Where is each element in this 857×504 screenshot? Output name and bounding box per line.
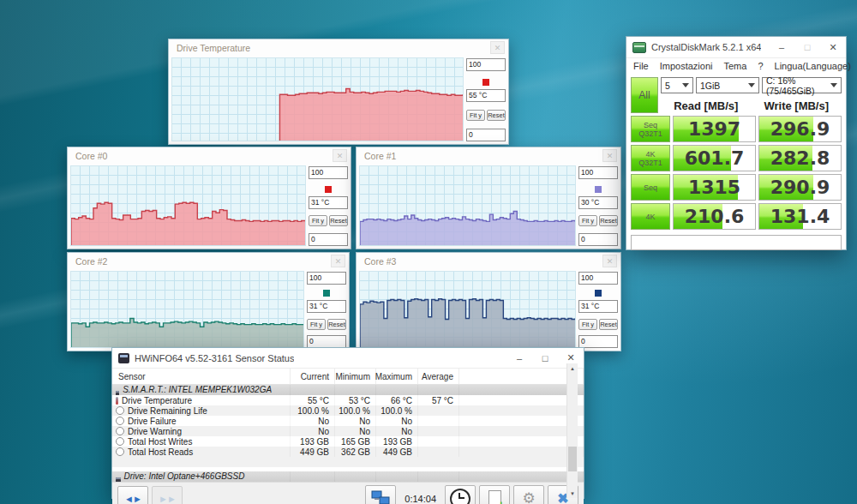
menu-item-tema[interactable]: Tema (724, 61, 747, 71)
row-filler (459, 395, 584, 405)
create-report-button[interactable] (479, 485, 510, 504)
fit-y-button[interactable]: Fit y (307, 319, 326, 330)
group-row[interactable]: S.M.A.R.T.: INTEL MEMPEK1W032GA (PHBT710… (112, 385, 584, 395)
sensor-row[interactable]: Drive Warning No No No (112, 426, 584, 436)
column-header-maximum[interactable]: Maximum (376, 369, 418, 384)
read-column-header: Read [MB/s] (661, 99, 752, 113)
y-max-input[interactable]: 100 (307, 272, 346, 285)
sensor-row[interactable]: Total Host Writes 193 GB 165 GB 193 GB (112, 436, 584, 447)
column-header-sensor[interactable]: Sensor (112, 369, 291, 384)
graph-titlebar[interactable]: Core #0 ✕ (68, 147, 351, 164)
sensor-row[interactable]: Drive Temperature 55 °C 53 °C 66 °C 57 °… (112, 395, 584, 405)
reset-button[interactable]: Reset (487, 110, 506, 121)
hwinfo-titlebar[interactable]: HWiNFO64 v5.52-3161 Sensor Status – □ ✕ (112, 348, 584, 369)
maximize-button[interactable]: □ (794, 37, 820, 57)
sensor-label: Total Host Reads (112, 447, 291, 457)
y-min-input[interactable]: 0 (578, 233, 618, 246)
read-value: 1315 (674, 175, 755, 200)
y-min-input[interactable]: 0 (307, 335, 346, 348)
y-max-input[interactable]: 100 (578, 166, 618, 179)
test-label-button[interactable]: Seq (631, 174, 670, 201)
hwinfo-app-icon (118, 353, 129, 363)
y-max-input[interactable]: 100 (466, 58, 506, 71)
area-chart (360, 166, 575, 245)
current-value-box[interactable]: 31 °C (309, 196, 348, 209)
reset-button[interactable]: Reset (599, 319, 618, 330)
scroll-thumb[interactable] (568, 447, 577, 471)
y-min-input[interactable]: 0 (466, 129, 506, 141)
close-button[interactable]: ✕ (820, 37, 846, 57)
sensor-row[interactable]: Drive Failure No No No (112, 416, 584, 426)
row-filler (459, 436, 584, 447)
write-result-cell: 290.9 (758, 174, 842, 201)
graph-titlebar[interactable]: Core #2 ✕ (68, 253, 349, 269)
menu-item-[interactable]: ? (758, 61, 763, 71)
fit-y-button[interactable]: Fit y (466, 110, 485, 121)
vertical-scrollbar[interactable]: ▲ ▼ (566, 363, 578, 498)
column-header-minimum[interactable]: Minimum (335, 369, 376, 384)
graph-plot-area (171, 57, 464, 141)
scroll-up-icon[interactable]: ▲ (567, 363, 578, 373)
panel-spacer (309, 209, 348, 216)
y-max-input[interactable]: 100 (309, 166, 348, 179)
graph-titlebar[interactable]: Core #1 ✕ (357, 147, 620, 164)
logging-clock-button[interactable] (445, 485, 476, 504)
y-max-input[interactable]: 100 (578, 272, 618, 285)
settings-button[interactable]: ⚙ (513, 485, 544, 504)
comment-input[interactable] (631, 235, 842, 250)
graph-titlebar[interactable]: Drive Temperature ✕ (169, 39, 508, 56)
graph-titlebar[interactable]: Core #3 ✕ (357, 253, 620, 269)
fit-y-button[interactable]: Fit y (309, 215, 327, 226)
drive-select[interactable]: C: 16% (75/465GiB) (762, 77, 842, 93)
group-row[interactable]: Drive: Intel Optane+466GBSSD (Optane_000… (112, 471, 584, 482)
panel-spacer (578, 226, 618, 233)
run-count-select[interactable]: 5 (661, 77, 693, 93)
sensor-row[interactable]: Drive Remaining Life 100.0 % 100.0 % 100… (112, 405, 584, 416)
panel-spacer (309, 226, 348, 233)
row-filler (459, 447, 584, 457)
test-label-button[interactable]: 4K (631, 203, 670, 230)
minimize-button[interactable]: – (506, 348, 532, 368)
y-min-input[interactable]: 0 (578, 335, 618, 348)
average-value (418, 471, 459, 482)
close-icon[interactable]: ✕ (331, 255, 345, 267)
current-value-box[interactable]: 55 °C (466, 89, 506, 102)
reset-button[interactable]: Reset (327, 319, 346, 330)
hwinfo-toolbar: ◄► ►► 0:14:04 ⚙ ✖ (112, 482, 584, 504)
read-result-cell: 1397 (673, 116, 756, 142)
test-label-button[interactable]: 4K Q32T1 (631, 145, 670, 171)
test-label-button[interactable]: Seq Q32T1 (631, 116, 670, 142)
fit-y-button[interactable]: Fit y (578, 319, 597, 330)
maximize-button[interactable]: □ (532, 348, 558, 368)
average-value (418, 426, 459, 436)
row-filler (459, 416, 584, 426)
close-icon[interactable]: ✕ (333, 149, 347, 162)
sensor-row[interactable]: Total Host Reads 449 GB 362 GB 449 GB (112, 447, 584, 457)
scroll-down-icon[interactable]: ▼ (567, 489, 578, 498)
chevron-down-icon (830, 83, 837, 87)
close-icon[interactable]: ✕ (602, 255, 617, 267)
menu-item-impostazioni[interactable]: Impostazioni (660, 61, 713, 71)
y-min-input[interactable]: 0 (309, 233, 348, 246)
current-value-box[interactable]: 31 °C (578, 300, 618, 313)
current-value-box[interactable]: 31 °C (307, 300, 346, 313)
reset-button[interactable]: Reset (599, 215, 618, 226)
write-value: 290.9 (759, 175, 841, 200)
column-header-average[interactable]: Average (418, 369, 459, 384)
remote-sensors-button[interactable] (365, 485, 396, 504)
current-value-box[interactable]: 30 °C (578, 196, 618, 209)
write-result-cell: 282.8 (758, 145, 842, 171)
close-icon[interactable]: ✕ (602, 149, 617, 162)
minimize-button[interactable]: – (769, 37, 794, 57)
menu-item-lingualanguage[interactable]: Lingua(Language) (775, 61, 851, 71)
all-tests-button[interactable]: All (631, 77, 658, 113)
cdm-titlebar[interactable]: CrystalDiskMark 5.2.1 x64 – □ ✕ (626, 37, 846, 58)
menu-item-file[interactable]: File (633, 61, 649, 71)
close-icon[interactable]: ✕ (490, 41, 505, 54)
fit-y-button[interactable]: Fit y (578, 215, 597, 226)
test-size-select[interactable]: 1GiB (696, 77, 759, 93)
graph-title: Core #0 (75, 151, 333, 161)
column-header-current[interactable]: Current (291, 369, 335, 384)
reset-button[interactable]: Reset (329, 215, 348, 226)
nav-back-forward-button[interactable]: ◄► (117, 486, 148, 504)
